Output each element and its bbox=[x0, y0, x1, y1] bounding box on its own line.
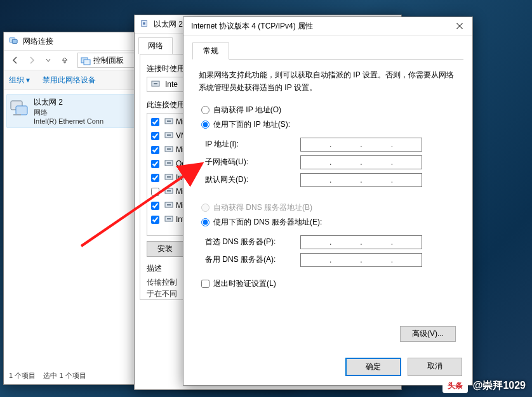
adapter-status: 网络 bbox=[34, 108, 103, 117]
dns1-label: 首选 DNS 服务器(P): bbox=[205, 237, 300, 247]
svg-rect-22 bbox=[167, 190, 171, 192]
watermark-author: @崇拜1029 bbox=[473, 379, 526, 393]
close-button[interactable] bbox=[447, 17, 472, 35]
svg-rect-12 bbox=[167, 120, 171, 122]
validate-checkbox[interactable]: 退出时验证设置(L) bbox=[199, 278, 457, 289]
dns1-input[interactable]: ... bbox=[300, 235, 422, 249]
protocol-icon bbox=[164, 186, 173, 197]
svg-rect-10 bbox=[154, 83, 157, 84]
radio-use-ip[interactable]: 使用下面的 IP 地址(S): bbox=[199, 119, 457, 130]
dns2-label: 备用 DNS 服务器(A): bbox=[205, 254, 300, 265]
protocol-icon bbox=[164, 214, 173, 225]
tab-network[interactable]: 网络 bbox=[138, 37, 173, 54]
radio-auto-dns: 自动获得 DNS 服务器地址(B) bbox=[199, 202, 457, 213]
organize-menu[interactable]: 组织 ▾ bbox=[9, 75, 30, 86]
protocol-checkbox[interactable] bbox=[151, 132, 159, 140]
nic-icon bbox=[151, 79, 161, 91]
up-button[interactable] bbox=[57, 53, 72, 68]
watermark: 头条 @崇拜1029 bbox=[442, 379, 526, 393]
status-selected: 选中 1 个项目 bbox=[43, 372, 86, 379]
adapter-icon bbox=[10, 97, 30, 117]
protocol-icon bbox=[164, 159, 173, 169]
svg-rect-16 bbox=[167, 148, 171, 150]
ip-label: IP 地址(I): bbox=[205, 139, 300, 150]
adapter-name: 以太网 2 bbox=[34, 97, 103, 108]
dns2-input[interactable]: ... bbox=[300, 253, 422, 267]
protocol-icon bbox=[164, 172, 173, 183]
install-button[interactable]: 安装 bbox=[147, 241, 183, 257]
adapter-item-ethernet2[interactable]: 以太网 2 网络 Intel(R) Ethernet Conn bbox=[6, 94, 140, 128]
svg-rect-24 bbox=[167, 204, 171, 205]
adapter-name-short: Inte bbox=[165, 80, 178, 89]
svg-rect-6 bbox=[16, 106, 27, 115]
protocol-icon bbox=[164, 117, 173, 127]
gateway-label: 默认网关(D): bbox=[205, 174, 300, 185]
watermark-logo: 头条 bbox=[442, 379, 468, 393]
titlebar: Internet 协议版本 4 (TCP/IPv4) 属性 bbox=[183, 17, 472, 36]
protocol-checkbox[interactable] bbox=[151, 174, 159, 182]
dialog-title: Internet 协议版本 4 (TCP/IPv4) 属性 bbox=[189, 21, 447, 32]
status-count: 1 个项目 bbox=[9, 372, 36, 379]
mask-label: 子网掩码(U): bbox=[205, 157, 300, 167]
protocol-icon bbox=[164, 200, 173, 211]
ok-button[interactable]: 确定 bbox=[345, 358, 401, 376]
network-icon bbox=[9, 36, 19, 46]
adapter-device: Intel(R) Ethernet Conn bbox=[34, 117, 103, 125]
radio-auto-ip[interactable]: 自动获得 IP 地址(O) bbox=[199, 105, 457, 115]
back-button[interactable] bbox=[8, 53, 23, 68]
svg-rect-1 bbox=[12, 39, 17, 43]
protocol-checkbox[interactable] bbox=[151, 146, 159, 154]
svg-rect-18 bbox=[167, 162, 171, 164]
mask-input[interactable]: ... bbox=[300, 155, 422, 169]
control-panel-icon bbox=[81, 55, 91, 65]
svg-rect-26 bbox=[167, 218, 171, 219]
protocol-checkbox[interactable] bbox=[151, 118, 159, 126]
cancel-button[interactable]: 取消 bbox=[408, 358, 462, 376]
advanced-button[interactable]: 高级(V)... bbox=[400, 326, 456, 342]
svg-rect-20 bbox=[167, 176, 171, 178]
protocol-icon bbox=[164, 145, 173, 155]
breadcrumb-text: 控制面板 bbox=[93, 55, 124, 66]
protocol-checkbox[interactable] bbox=[151, 216, 159, 224]
protocol-checkbox[interactable] bbox=[151, 188, 159, 196]
ethernet-icon bbox=[140, 19, 150, 29]
gateway-input[interactable]: ... bbox=[300, 173, 422, 187]
forward-button[interactable] bbox=[24, 53, 39, 68]
recent-dropdown[interactable] bbox=[41, 53, 56, 68]
svg-rect-4 bbox=[84, 60, 90, 65]
ipv4-properties-dialog: Internet 协议版本 4 (TCP/IPv4) 属性 常规 如果网络支持此… bbox=[183, 16, 473, 386]
tab-general[interactable]: 常规 bbox=[192, 42, 229, 60]
info-text: 如果网络支持此功能，则可以获取自动指派的 IP 设置。否则，你需要从网络系统管理… bbox=[199, 68, 457, 94]
radio-use-dns[interactable]: 使用下面的 DNS 服务器地址(E): bbox=[199, 217, 457, 228]
protocol-checkbox[interactable] bbox=[151, 202, 159, 210]
status-bar: 1 个项目 选中 1 个项目 bbox=[9, 371, 86, 381]
svg-rect-8 bbox=[143, 22, 145, 25]
svg-rect-14 bbox=[167, 134, 171, 136]
disable-device-link[interactable]: 禁用此网络设备 bbox=[43, 75, 96, 86]
ip-input[interactable]: ... bbox=[300, 138, 422, 152]
protocol-checkbox[interactable] bbox=[151, 160, 159, 168]
protocol-icon bbox=[164, 131, 173, 141]
